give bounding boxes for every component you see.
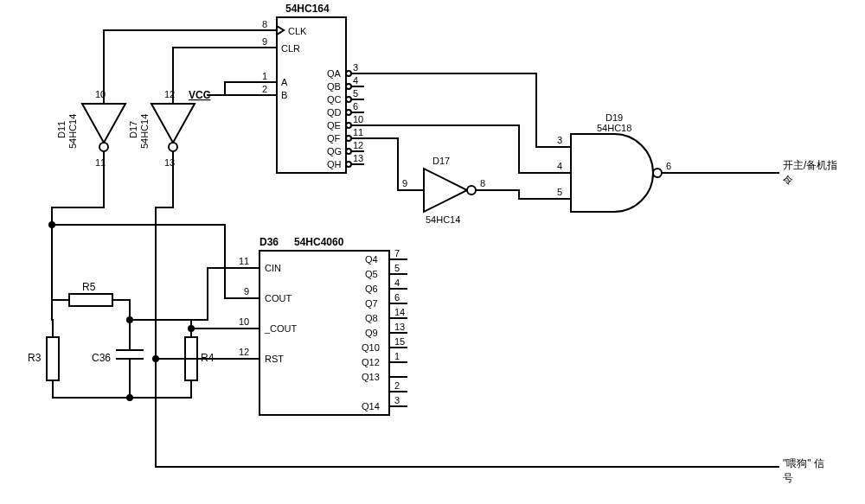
svg-point-88 (127, 317, 132, 322)
pin-u1-1: 1 (262, 71, 267, 81)
label-d17-part: 54HC14 (139, 114, 150, 149)
pin-d17-in: 12 (164, 89, 175, 99)
label-u1-qd: QD (327, 107, 342, 118)
label-d36-cin: CIN (265, 263, 281, 273)
label-r3: R3 (28, 352, 42, 364)
pin-d36-q9: 13 (394, 322, 405, 332)
svg-point-13 (346, 84, 351, 89)
label-d17b-part: 54HC14 (426, 214, 460, 225)
svg-point-20 (99, 143, 108, 151)
label-d36-q14: Q14 (362, 401, 380, 411)
svg-point-18 (346, 149, 351, 154)
label-out2-line1: "喂狗" 信 (783, 457, 824, 469)
label-u1-a: A (281, 77, 288, 87)
pin-d17b-out: 8 (480, 178, 485, 188)
svg-point-37 (653, 169, 662, 177)
svg-point-17 (346, 136, 351, 141)
label-d36-rst: RST (265, 354, 284, 364)
label-u1-qa: QA (327, 68, 342, 79)
svg-point-15 (346, 110, 351, 115)
label-d36-q13: Q13 (362, 372, 380, 382)
label-d36-ref: D36 (260, 236, 279, 248)
label-d19-part: 54HC18 (597, 123, 631, 133)
pin-d36-q13: 2 (394, 380, 400, 391)
label-d36-q10: Q10 (362, 342, 380, 353)
label-d36-q5: Q5 (365, 269, 378, 279)
pin-d36-q7: 6 (394, 292, 400, 303)
label-u1-qg: QG (327, 146, 342, 156)
label-d36-q12: Q12 (362, 357, 380, 367)
inverter-d17b (398, 169, 519, 212)
pin-u1-q13: 13 (353, 153, 363, 163)
pin-d11-in: 10 (95, 89, 106, 99)
svg-point-14 (346, 97, 351, 102)
label-vcc: VCC (189, 89, 211, 101)
label-u1-qe: QE (327, 120, 341, 131)
label-u1-qh: QH (327, 159, 342, 169)
pin-u1-q10: 10 (353, 114, 363, 124)
pin-d36-11: 11 (239, 256, 249, 266)
label-u1-clk: CLK (288, 26, 307, 36)
capacitor-c36 (117, 320, 143, 398)
pin-d36-9: 9 (244, 286, 249, 297)
svg-point-16 (346, 123, 351, 128)
pin-u1-q6: 6 (353, 101, 358, 112)
pin-d19-a: 3 (557, 135, 562, 145)
svg-point-84 (189, 326, 194, 331)
pin-d19-b: 4 (557, 161, 562, 171)
pin-d36-q14: 3 (394, 395, 400, 405)
pin-d19-y: 6 (666, 161, 671, 171)
pin-u1-q3: 3 (353, 62, 358, 73)
svg-point-34 (467, 186, 476, 195)
label-out1-line1: 开主/备机指 (783, 159, 837, 171)
pin-d17-out: 13 (164, 157, 175, 168)
pin-d17b-in: 9 (402, 178, 407, 188)
pin-d36-10: 10 (239, 316, 249, 327)
resistor-r5 (69, 294, 112, 306)
label-c36: C36 (92, 352, 111, 364)
pin-u1-2: 2 (262, 84, 267, 94)
pin-u1-q12: 12 (353, 140, 363, 150)
pin-u1-q4: 4 (353, 75, 358, 86)
label-d36-q7: Q7 (365, 298, 378, 309)
label-d36-q9: Q9 (365, 328, 378, 338)
label-d36-cout: COUT (265, 293, 292, 303)
pin-d36-q6: 4 (394, 278, 400, 288)
svg-point-80 (127, 395, 132, 400)
label-u1-b: B (281, 90, 287, 100)
pin-u1-8: 8 (262, 19, 267, 29)
label-u1-part: 54HC164 (285, 3, 330, 15)
pin-d36-q4: 7 (394, 248, 400, 258)
svg-point-23 (169, 143, 177, 151)
svg-point-19 (346, 162, 351, 167)
label-d36-q8: Q8 (365, 313, 378, 323)
label-u1-clr: CLR (281, 43, 300, 54)
svg-point-12 (346, 71, 351, 76)
resistor-r3 (47, 337, 59, 380)
pin-d36-q10: 15 (394, 336, 405, 347)
label-d17-ref: D17 (128, 121, 138, 138)
pin-u1-q11: 11 (353, 127, 363, 137)
pin-d36-12: 12 (239, 347, 249, 357)
svg-point-99 (49, 222, 54, 227)
label-u1-qf: QF (327, 133, 341, 144)
label-d19-ref: D19 (606, 112, 623, 123)
label-d17b-ref: D17 (432, 156, 450, 166)
schematic: 54HC164 CLK CLR A B QA QB QC QD QE QF QG… (0, 0, 865, 504)
label-d36-q6: Q6 (365, 284, 378, 294)
label-d36-part: 54HC4060 (294, 236, 344, 248)
pin-u1-q5: 5 (353, 88, 358, 99)
label-out2-line2: 号 (783, 472, 793, 484)
pin-u1-9: 9 (262, 36, 267, 47)
pin-d11-out: 11 (95, 157, 106, 168)
label-r5: R5 (82, 281, 96, 293)
pin-d36-q12: 1 (394, 351, 400, 361)
nand-d19 (554, 134, 778, 212)
label-u1-qc: QC (327, 94, 342, 105)
pin-d36-q5: 5 (394, 263, 400, 273)
label-out1-line2: 令 (783, 174, 793, 186)
label-r4: R4 (201, 352, 215, 364)
pin-d36-q8: 14 (394, 307, 405, 317)
label-d36-q4: Q4 (365, 254, 378, 265)
label-d36-_cout: _COUT (264, 323, 298, 334)
